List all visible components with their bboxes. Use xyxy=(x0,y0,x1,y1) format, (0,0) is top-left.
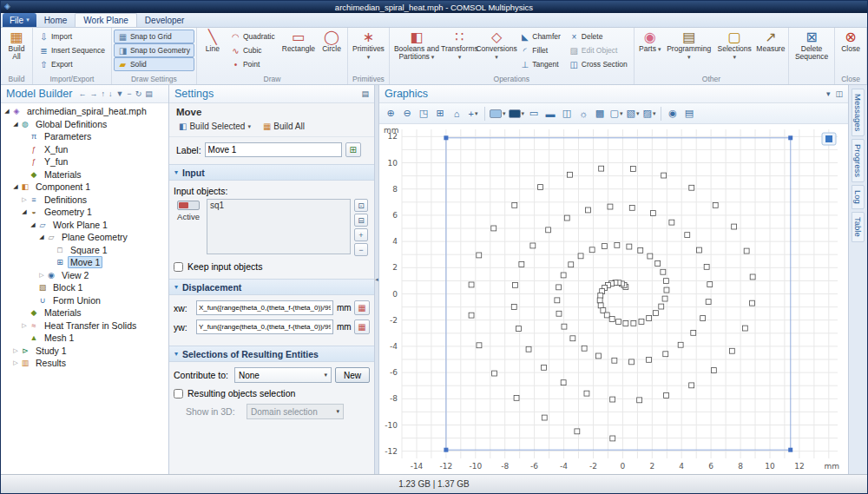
tree-item-form-union[interactable]: ∪Form Union xyxy=(1,294,168,307)
add-to-selection-icon[interactable]: + xyxy=(354,228,368,241)
tree-item-square-1[interactable]: □Square 1 xyxy=(1,244,168,257)
settings-menu-icon[interactable]: ▤ xyxy=(361,89,369,98)
tree-item-component-1[interactable]: ◢◧Component 1 xyxy=(1,181,168,194)
conversions-button[interactable]: ◇Conversions ▾ xyxy=(477,29,516,63)
tree-item-view-2[interactable]: ▷◉View 2 xyxy=(1,269,168,282)
close-button[interactable]: ⊗Close xyxy=(837,29,865,54)
tree-item-materials[interactable]: ◆Materials xyxy=(1,168,168,181)
forward-icon[interactable]: → xyxy=(89,89,97,98)
measure-button[interactable]: ↗Measure xyxy=(755,29,786,54)
quadratic-button[interactable]: ◠Quadratic xyxy=(227,30,279,43)
active-toggle[interactable] xyxy=(177,201,200,210)
edit-object-button[interactable]: ▨Edit Object xyxy=(565,43,632,57)
plot-color-icon[interactable]: ▾ xyxy=(508,106,526,122)
refresh-icon[interactable]: ↻ xyxy=(135,89,142,98)
transforms-button[interactable]: ∷Transforms ▾ xyxy=(442,29,477,63)
select-objects-icon[interactable]: ▢▾ xyxy=(608,106,624,122)
primitives-button[interactable]: ∗Primitives ▾ xyxy=(350,29,387,63)
new-button[interactable]: New xyxy=(335,367,370,383)
export-button[interactable]: ⇧Export xyxy=(35,57,109,71)
section-displacement-header[interactable]: ▾ Displacement xyxy=(169,279,374,295)
import-button[interactable]: ⇩Import xyxy=(35,30,109,43)
tree-item-global-definitions[interactable]: ◢◍Global Definitions xyxy=(1,118,168,131)
fillet-button[interactable]: ◜Fillet xyxy=(516,43,565,57)
xw-input[interactable] xyxy=(196,300,333,315)
section-selections-header[interactable]: ▾ Selections of Resulting Entities xyxy=(169,346,374,362)
parts-button[interactable]: ◉Parts ▾ xyxy=(636,29,664,54)
plot-area[interactable]: -14-12-10-8-6-4-2024681012-12-10-8-6-4-2… xyxy=(379,124,848,474)
scene-light-icon[interactable]: ☼ xyxy=(575,106,591,122)
side-tab-messages[interactable]: Messages xyxy=(852,89,865,136)
tree-item-results[interactable]: ▷▥Results xyxy=(1,357,168,370)
build-all-button[interactable]: ▦ Build All xyxy=(258,120,310,133)
side-tab-table[interactable]: Table xyxy=(852,212,865,242)
tree-item-definitions[interactable]: ▷≡Definitions xyxy=(1,194,168,207)
tree-item-materials[interactable]: ◆Materials xyxy=(1,306,168,319)
tree-item-y-fun[interactable]: ƒY_fun xyxy=(1,155,168,168)
copy-selection-icon[interactable]: ⊡ xyxy=(354,199,368,212)
tree-item-block-1[interactable]: ▧Block 1 xyxy=(1,281,168,294)
select-domains-icon[interactable]: ▧▾ xyxy=(625,106,641,122)
section-input-header[interactable]: ▾ Input xyxy=(169,164,374,181)
xw-range-icon[interactable]: ▦ xyxy=(354,300,370,315)
chamfer-button[interactable]: ◣Chamfer xyxy=(516,30,565,43)
wireframe-rendering-icon[interactable]: ▭ xyxy=(526,106,542,122)
rename-icon[interactable]: ⊞ xyxy=(345,142,361,157)
tangent-button[interactable]: ⊥Tangent xyxy=(516,57,565,71)
move-up-icon[interactable]: ↑ xyxy=(101,89,105,98)
remove-from-selection-icon[interactable]: − xyxy=(354,243,368,256)
ribbon-tab-developer[interactable]: Developer xyxy=(137,13,193,27)
delete-button[interactable]: ×Delete xyxy=(565,30,632,43)
selections-button[interactable]: ▢Selections ▾ xyxy=(714,29,755,63)
snap-to-geometry-button[interactable]: ◨Snap to Geometry xyxy=(114,43,194,57)
resulting-objects-selection-checkbox[interactable] xyxy=(174,389,183,398)
build-selected-button[interactable]: ◧ Build Selected ▾ xyxy=(174,120,256,133)
zoom-box-icon[interactable]: ◳ xyxy=(416,106,431,122)
booleans-and-partitions-button[interactable]: ◧Booleans and Partitions ▾ xyxy=(391,29,442,63)
file-menu-button[interactable]: File ▾ xyxy=(3,13,36,27)
build-all-button[interactable]: ▦Build All xyxy=(3,29,30,63)
tree-item-parameters[interactable]: πParameters xyxy=(1,130,168,143)
zoom-out-icon[interactable]: ⊖ xyxy=(399,106,415,122)
rectangle-button[interactable]: ▭Rectangle xyxy=(279,29,318,54)
tree-item-move-1[interactable]: ⊞Move 1 xyxy=(1,256,168,269)
input-objects-list[interactable]: sq1 xyxy=(207,199,351,254)
print-icon[interactable]: ▤ xyxy=(681,106,697,122)
snap-to-grid-button[interactable]: ▦Snap to Grid xyxy=(114,30,194,43)
yw-range-icon[interactable]: ▦ xyxy=(354,319,370,334)
graphics-menu-icon[interactable]: ▾ xyxy=(826,89,831,98)
contribute-to-combo[interactable]: None ▾ xyxy=(234,367,332,383)
tree-item-heat-transfer-in-solids[interactable]: ▷≈Heat Transfer in Solids xyxy=(1,319,168,333)
tree-item-archimedian-spiral-heat-mph[interactable]: ◢◈archimedian_spiral_heat.mph xyxy=(1,105,168,118)
paste-selection-icon[interactable]: ⊟ xyxy=(354,214,368,227)
axis-orientation-icon[interactable]: +▾ xyxy=(465,106,481,122)
cubic-button[interactable]: ∿Cubic xyxy=(227,43,279,57)
image-snapshot-icon[interactable]: ◉ xyxy=(665,106,681,122)
label-input[interactable] xyxy=(205,142,342,157)
zoom-extents-icon[interactable]: ⊞ xyxy=(432,106,448,122)
surface-rendering-icon[interactable]: ▬ xyxy=(542,106,558,122)
move-down-icon[interactable]: ↓ xyxy=(108,89,113,98)
programming-button[interactable]: ▤Programming ▾ xyxy=(664,29,714,63)
keep-input-objects-checkbox[interactable] xyxy=(174,262,183,272)
tree-item-geometry-1[interactable]: ◢◒Geometry 1 xyxy=(1,206,168,219)
delete-sequence-button[interactable]: ⊠Delete Sequence xyxy=(791,29,832,63)
input-object-item[interactable]: sq1 xyxy=(210,201,347,211)
model-builder-menu-icon[interactable]: ▤ xyxy=(145,89,153,98)
ribbon-tab-home[interactable]: Home xyxy=(36,13,76,27)
environment-icon[interactable]: ▩ xyxy=(592,106,608,122)
zoom-in-icon[interactable]: ⊕ xyxy=(383,106,398,122)
float-panel-icon[interactable]: ◫ xyxy=(835,89,843,98)
transparency-icon[interactable]: ◫ xyxy=(559,106,575,122)
insert-sequence-button[interactable]: ≣Insert Sequence xyxy=(35,43,109,57)
point-button[interactable]: •Point xyxy=(227,57,279,71)
tree-item-work-plane-1[interactable]: ◢▱Work Plane 1 xyxy=(1,219,168,232)
yw-input[interactable] xyxy=(196,319,333,334)
go-to-default-view-icon[interactable]: ⌂ xyxy=(449,106,464,122)
tree-item-x-fun[interactable]: ƒX_fun xyxy=(1,143,168,156)
tree-item-mesh-1[interactable]: ▲Mesh 1 xyxy=(1,332,168,345)
select-boundaries-icon[interactable]: ▨▾ xyxy=(641,106,657,122)
selection-color-icon[interactable]: ▾ xyxy=(489,106,507,122)
line-button[interactable]: ╲Line xyxy=(199,29,227,54)
circle-button[interactable]: ◯Circle xyxy=(318,29,345,54)
